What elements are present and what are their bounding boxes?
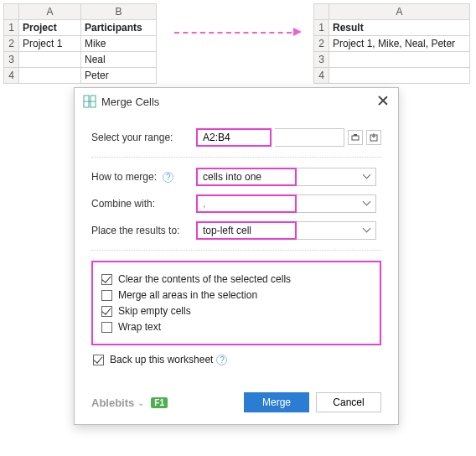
cell-a3-r[interactable] xyxy=(329,52,470,68)
row-header-4[interactable]: 4 xyxy=(4,68,19,84)
how-row: How to merge: ? cells into one xyxy=(91,168,381,186)
combine-label: Combine with: xyxy=(91,198,196,210)
corner-cell-r xyxy=(314,4,329,20)
help-icon[interactable]: ? xyxy=(216,355,227,365)
combine-value: , xyxy=(196,194,297,213)
range-row: Select your range: xyxy=(91,128,381,147)
result-table: A 1 Result 2 Project 1, Mike, Neal, Pete… xyxy=(313,3,470,84)
chevron-down-icon xyxy=(364,174,370,180)
chevron-down-icon xyxy=(364,227,370,234)
cell-b4[interactable]: Peter xyxy=(81,68,157,84)
place-results-select[interactable]: top-left cell xyxy=(196,221,376,240)
col-header-b[interactable]: B xyxy=(81,4,157,20)
place-value: top-left cell xyxy=(196,221,297,240)
range-input[interactable] xyxy=(196,128,272,147)
dialog-footer: Ablebits ⌄ F1 Merge Cancel xyxy=(75,389,398,424)
checkbox-icon xyxy=(101,306,112,317)
backup-label: Back up this worksheet xyxy=(110,354,213,365)
backup-checkbox[interactable]: Back up this worksheet ? xyxy=(93,354,381,365)
dialog-titlebar: Merge Cells xyxy=(75,88,398,113)
checkbox-icon xyxy=(101,274,112,285)
close-icon[interactable] xyxy=(376,95,390,108)
options-group: Clear the contents of the selected cells… xyxy=(91,261,381,345)
col-header-a-r[interactable]: A xyxy=(329,4,470,20)
row-header-2[interactable]: 2 xyxy=(4,36,19,52)
source-table: A B 1 Project Participants 2 Project 1 M… xyxy=(3,3,157,84)
cell-a3[interactable] xyxy=(19,52,81,68)
how-label: How to merge: ? xyxy=(91,171,196,183)
svg-rect-3 xyxy=(352,136,359,140)
row-header-1[interactable]: 1 xyxy=(4,20,19,36)
checkbox-icon xyxy=(101,322,112,333)
combine-row: Combine with: , xyxy=(91,194,381,213)
wrap-text-checkbox[interactable]: Wrap text xyxy=(101,321,371,333)
corner-cell xyxy=(4,4,19,20)
combine-with-select[interactable]: , xyxy=(196,194,376,213)
place-label: Place the results to: xyxy=(91,225,196,236)
row-header-3-r[interactable]: 3 xyxy=(314,52,329,68)
place-row: Place the results to: top-left cell xyxy=(91,221,381,240)
checkbox-icon xyxy=(101,290,112,301)
clear-label: Clear the contents of the selected cells xyxy=(118,273,291,285)
cell-a2-r[interactable]: Project 1, Mike, Neal, Peter xyxy=(329,36,470,52)
cell-a2[interactable]: Project 1 xyxy=(19,36,81,52)
wrap-label: Wrap text xyxy=(118,321,161,333)
cell-b1[interactable]: Participants xyxy=(81,20,157,36)
merge-cells-icon xyxy=(83,95,96,108)
cell-b3[interactable]: Neal xyxy=(81,52,157,68)
checkbox-icon xyxy=(93,355,104,365)
merge-all-label: Merge all areas in the selection xyxy=(118,289,257,301)
dialog-title: Merge Cells xyxy=(101,96,376,108)
cell-a4[interactable] xyxy=(19,68,81,84)
range-input-extension[interactable] xyxy=(275,128,344,147)
divider xyxy=(91,250,381,251)
cell-a1-r[interactable]: Result xyxy=(329,20,470,36)
arrow-icon xyxy=(174,32,300,34)
merge-button[interactable]: Merge xyxy=(244,392,309,412)
help-icon[interactable]: ? xyxy=(163,172,173,183)
skip-empty-label: Skip empty cells xyxy=(118,305,191,317)
row-header-2-r[interactable]: 2 xyxy=(314,36,329,52)
skip-empty-checkbox[interactable]: Skip empty cells xyxy=(101,305,371,317)
f1-help-badge[interactable]: F1 xyxy=(151,397,168,408)
cell-b2[interactable]: Mike xyxy=(81,36,157,52)
divider xyxy=(91,157,381,158)
cancel-button[interactable]: Cancel xyxy=(316,392,381,412)
brand-label[interactable]: Ablebits xyxy=(91,396,134,409)
chevron-down-icon xyxy=(364,200,370,207)
how-value: cells into one xyxy=(196,168,297,186)
row-header-3[interactable]: 3 xyxy=(4,52,19,68)
expand-range-icon[interactable] xyxy=(366,130,381,145)
cell-a1[interactable]: Project xyxy=(19,20,81,36)
row-header-4-r[interactable]: 4 xyxy=(314,68,329,84)
cell-a4-r[interactable] xyxy=(329,68,470,84)
collapse-range-icon[interactable] xyxy=(348,130,363,145)
col-header-a[interactable]: A xyxy=(19,4,81,20)
merge-cells-dialog: Merge Cells Select your range: xyxy=(74,87,399,425)
svg-rect-4 xyxy=(354,134,357,136)
how-to-merge-select[interactable]: cells into one xyxy=(196,168,376,186)
row-header-1-r[interactable]: 1 xyxy=(314,20,329,36)
clear-contents-checkbox[interactable]: Clear the contents of the selected cells xyxy=(101,273,371,285)
range-label: Select your range: xyxy=(91,132,196,143)
chevron-down-icon: ⌄ xyxy=(137,398,144,407)
merge-all-areas-checkbox[interactable]: Merge all areas in the selection xyxy=(101,289,371,301)
